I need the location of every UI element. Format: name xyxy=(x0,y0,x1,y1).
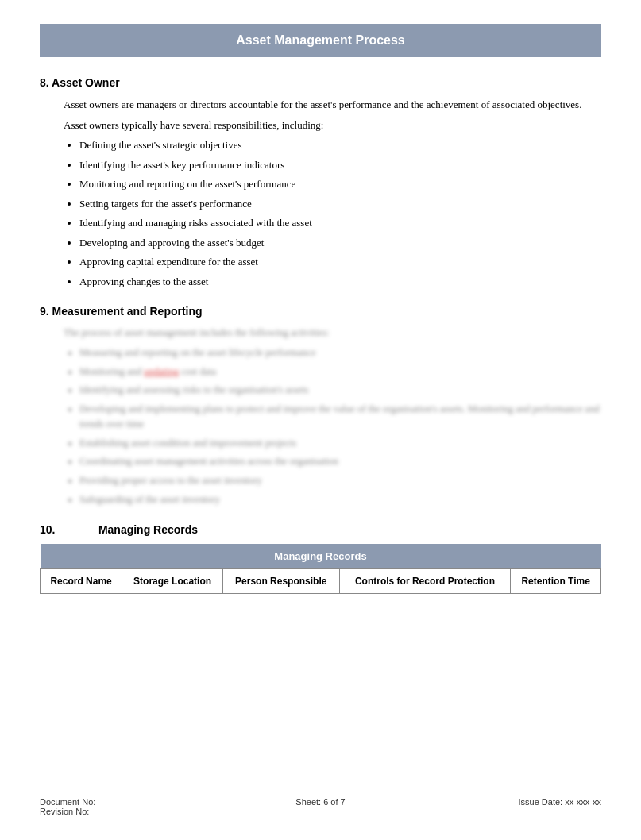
col-header-record-name: Record Name xyxy=(41,568,122,593)
list-item: Establishing asset condition and improve… xyxy=(79,436,601,451)
footer: Document No: Revision No: Sheet: 6 of 7 … xyxy=(40,792,601,816)
list-item: Measuring and reporting on the asset lif… xyxy=(79,345,601,360)
section-10: 10. Managing Records Managing Records Re… xyxy=(40,523,601,594)
col-header-person-responsible: Person Responsible xyxy=(222,568,339,593)
list-item: Setting targets for the asset's performa… xyxy=(79,196,601,212)
list-item: Developing and approving the asset's bud… xyxy=(79,235,601,251)
footer-center: Sheet: 6 of 7 xyxy=(227,797,415,816)
col-header-storage-location: Storage Location xyxy=(122,568,223,593)
page: Asset Management Process 8. Asset Owner … xyxy=(0,0,641,840)
list-item: Providing proper access to the asset inv… xyxy=(79,473,601,488)
revision-no: Revision No: xyxy=(40,807,227,816)
blurred-list: Measuring and reporting on the asset lif… xyxy=(79,345,601,507)
page-title: Asset Management Process xyxy=(236,33,405,47)
page-title-bar: Asset Management Process xyxy=(40,24,601,57)
list-item: Coordinating asset management activities… xyxy=(79,454,601,469)
issue-date-value: xx-xxx-xx xyxy=(565,797,601,807)
list-item: Approving capital expenditure for the as… xyxy=(79,254,601,270)
list-item: Monitoring and updating cost data xyxy=(79,364,601,380)
section-8-para1: Asset owners are managers or directors a… xyxy=(64,97,601,113)
red-underline-word: updating xyxy=(144,366,179,377)
list-item: Developing and implementing plans to pro… xyxy=(79,402,601,432)
issue-date-label: Issue Date: xyxy=(518,797,562,807)
list-item: Approving changes to the asset xyxy=(79,274,601,290)
list-item: Identifying and managing risks associate… xyxy=(79,215,601,231)
blurred-paragraph: The process of asset management includes… xyxy=(64,326,601,341)
section-8-para2: Asset owners typically have several resp… xyxy=(64,118,601,133)
section-8-heading: 8. Asset Owner xyxy=(40,76,601,89)
list-item: Identifying the asset's key performance … xyxy=(79,157,601,173)
list-item: Safeguarding of the asset inventory xyxy=(79,492,601,507)
document-no: Document No: xyxy=(40,797,227,807)
section-8: 8. Asset Owner Asset owners are managers… xyxy=(40,76,601,289)
table-column-header-row: Record Name Storage Location Person Resp… xyxy=(41,568,601,593)
footer-row: Document No: Revision No: Sheet: 6 of 7 … xyxy=(40,797,601,816)
section-9-blurred: The process of asset management includes… xyxy=(64,326,601,507)
section-9: 9. Measurement and Reporting The process… xyxy=(40,305,601,507)
table-title-row: Managing Records xyxy=(41,544,601,569)
list-item: Defining the asset's strategic objective… xyxy=(79,137,601,153)
col-header-retention-time: Retention Time xyxy=(511,568,601,593)
section-10-heading: 10. Managing Records xyxy=(40,523,601,536)
list-item: Identifying and assessing risks to the o… xyxy=(79,383,601,398)
section-9-heading: 9. Measurement and Reporting xyxy=(40,305,601,318)
col-header-controls: Controls for Record Protection xyxy=(339,568,511,593)
list-item: Monitoring and reporting on the asset's … xyxy=(79,176,601,192)
section-8-bullets: Defining the asset's strategic objective… xyxy=(79,137,601,289)
managing-records-table: Managing Records Record Name Storage Loc… xyxy=(40,544,601,594)
table-title-cell: Managing Records xyxy=(41,544,601,569)
sheet-info: Sheet: 6 of 7 xyxy=(295,797,345,807)
footer-right: Issue Date: xx-xxx-xx xyxy=(414,797,601,816)
footer-left: Document No: Revision No: xyxy=(40,797,227,816)
